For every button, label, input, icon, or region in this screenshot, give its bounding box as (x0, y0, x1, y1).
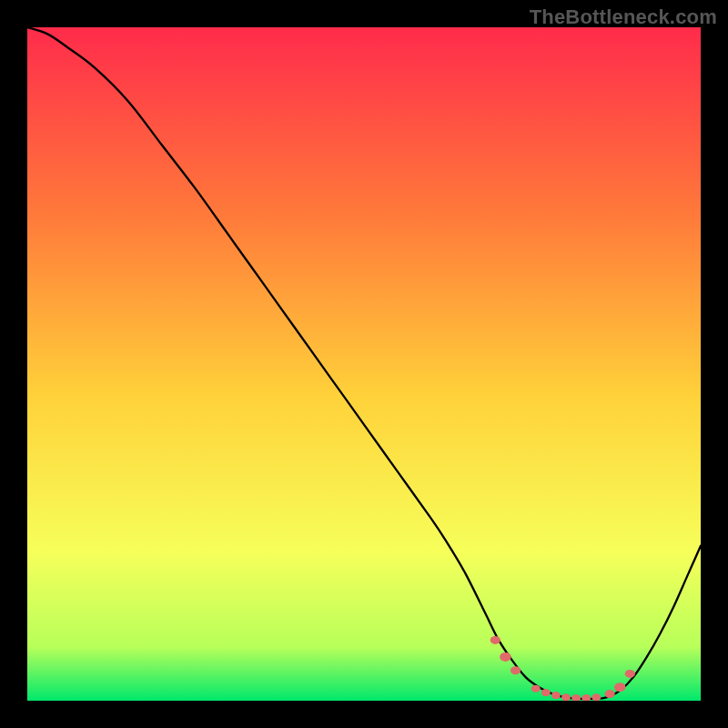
highlight-marker (625, 670, 635, 678)
highlight-marker (592, 693, 601, 701)
gradient-background (27, 27, 701, 701)
highlight-marker (541, 689, 551, 696)
chart-svg (27, 27, 701, 701)
plot-area (27, 27, 701, 701)
highlight-marker (604, 690, 614, 698)
highlight-marker (551, 692, 561, 699)
highlight-marker (511, 666, 521, 674)
highlight-marker (614, 682, 626, 692)
watermark-text: TheBottleneck.com (530, 5, 717, 29)
highlight-marker (531, 685, 541, 693)
highlight-marker (490, 636, 500, 644)
highlight-marker (500, 652, 511, 662)
chart-container: { "watermark": "TheBottleneck.com", "col… (0, 0, 728, 728)
highlight-marker (561, 693, 571, 701)
